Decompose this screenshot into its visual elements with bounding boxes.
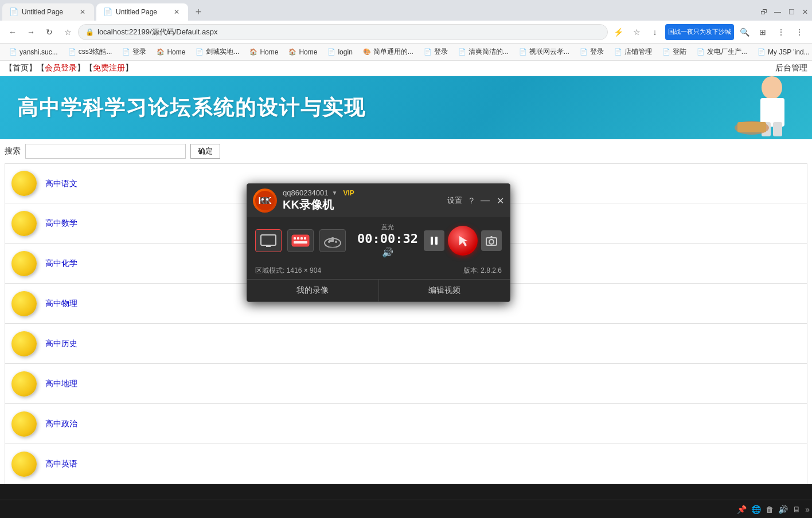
- forward-button[interactable]: →: [23, 24, 39, 40]
- kk-screen-mode-button[interactable]: [255, 229, 282, 252]
- bookmark-css3[interactable]: 📄css3炫酷...: [64, 46, 117, 58]
- bookmark-icon-12: 📄: [519, 48, 527, 56]
- kk-dropdown-icon[interactable]: ▼: [332, 190, 338, 196]
- bookmark-login2[interactable]: 📄login: [323, 47, 357, 57]
- search-button[interactable]: 确定: [190, 144, 220, 159]
- bookmark-login3[interactable]: 📄登录: [419, 46, 452, 58]
- bookmark-login1[interactable]: 📄登录: [118, 46, 151, 58]
- menu-button[interactable]: ⋮: [773, 24, 789, 40]
- kk-mode-label: 区域模式: 812 × 518: [255, 266, 321, 276]
- category-icon-chinese: [10, 169, 38, 198]
- taskbar-web-icon[interactable]: 🌐: [751, 505, 761, 514]
- bookmark-simple[interactable]: 🎨简单通用的...: [358, 46, 418, 58]
- search-label: 搜索: [5, 146, 21, 156]
- bookmark-yanshi[interactable]: 📄yanshi.suc...: [5, 47, 63, 57]
- category-info-geography: 高中地理: [43, 376, 80, 391]
- tab-2-close[interactable]: ✕: [172, 7, 181, 17]
- maximize-button[interactable]: ☐: [784, 5, 798, 19]
- search-nav-icon[interactable]: 🔍: [736, 24, 752, 40]
- category-info-chinese: 高中语文: [43, 176, 80, 191]
- tab-bar: 📄 Untitled Page ✕ 📄 Untitled Page ✕ + 🗗 …: [0, 0, 812, 21]
- taskbar-trash-icon[interactable]: 🗑: [766, 505, 774, 514]
- kk-close-button[interactable]: ✕: [497, 195, 504, 206]
- site-register-link[interactable]: 免费注册: [93, 63, 125, 73]
- restore-button[interactable]: 🗗: [757, 5, 771, 19]
- svg-rect-11: [261, 235, 276, 245]
- kk-minimize-button[interactable]: —: [481, 196, 490, 205]
- search-input[interactable]: [25, 144, 186, 159]
- bookmark-login4[interactable]: 📄登录: [575, 46, 608, 58]
- kk-record-button[interactable]: [448, 226, 478, 256]
- kk-edit-video-tab[interactable]: 编辑视频: [379, 280, 510, 301]
- kk-help-button[interactable]: ?: [469, 196, 474, 205]
- category-info-politics: 高中政治: [43, 416, 80, 431]
- bookmark-home3[interactable]: 🏠Home: [284, 47, 322, 57]
- category-link-english[interactable]: 高中英语: [45, 459, 77, 468]
- category-link-history[interactable]: 高中历史: [45, 339, 77, 348]
- bookmark-icon-11: 📄: [458, 48, 466, 56]
- category-icon-politics: [10, 410, 38, 438]
- category-link-physics[interactable]: 高中物理: [45, 299, 77, 308]
- bookmark-denglu[interactable]: 📄登陆: [658, 46, 691, 58]
- collections-button[interactable]: ⊞: [755, 24, 771, 40]
- category-link-math[interactable]: 高中数学: [45, 218, 77, 227]
- kk-gamepad-mode-button[interactable]: [319, 229, 346, 252]
- kk-settings-button[interactable]: 设置: [447, 195, 462, 206]
- category-ball-politics: [11, 411, 37, 437]
- bookmark-home2[interactable]: 🏠Home: [245, 47, 283, 57]
- banner-text: 高中学科学习论坛系统的设计与实现: [0, 94, 366, 122]
- tab-2-title: Untitled Page: [116, 8, 170, 16]
- tab-1-close[interactable]: ✕: [78, 7, 87, 17]
- site-admin-link[interactable]: 后台管理: [775, 63, 807, 73]
- taskbar-more-icon[interactable]: »: [805, 505, 810, 514]
- category-icon-english: [10, 450, 38, 478]
- star-button[interactable]: ☆: [628, 24, 645, 40]
- window-close-button[interactable]: ✕: [798, 5, 812, 19]
- more-button[interactable]: ⋮: [791, 24, 807, 40]
- kk-account-text: qq860234001: [283, 189, 329, 197]
- category-link-geography[interactable]: 高中地理: [45, 379, 77, 388]
- site-home-link[interactable]: 首页: [13, 63, 29, 73]
- bookmark-jianchen[interactable]: 📄剑城实地...: [191, 46, 244, 58]
- minimize-button[interactable]: —: [771, 5, 784, 19]
- category-link-chinese[interactable]: 高中语文: [45, 179, 77, 188]
- category-link-politics[interactable]: 高中政治: [45, 419, 77, 428]
- tab-2-icon: 📄: [103, 7, 112, 17]
- home-nav-button[interactable]: ☆: [60, 24, 76, 40]
- new-tab-button[interactable]: +: [190, 4, 206, 20]
- taskbar-pin-icon[interactable]: 📌: [737, 505, 747, 514]
- bookmark-power[interactable]: 📄发电厂生产...: [692, 46, 752, 58]
- bookmark-icon-16: 📄: [697, 48, 705, 56]
- bookmark-home1[interactable]: 🏠Home: [152, 47, 190, 57]
- kk-my-recordings-tab[interactable]: 我的录像: [247, 280, 378, 301]
- site-login-link[interactable]: 会员登录: [45, 63, 77, 73]
- category-icon-geography: [10, 370, 38, 398]
- category-row-politics: 高中政治 高中政治: [5, 404, 807, 444]
- bookmark-qsng[interactable]: 📄清爽简洁的...: [454, 46, 513, 58]
- tab-2[interactable]: 📄 Untitled Page ✕: [96, 3, 188, 21]
- category-ball-chemistry: [11, 251, 37, 276]
- tab-1[interactable]: 📄 Untitled Page ✕: [2, 3, 94, 21]
- back-button[interactable]: ←: [5, 24, 21, 40]
- kk-titlebar: KK qq860234001 ▼ VIP KK录像机 设置 ? — ✕: [247, 184, 510, 217]
- bookmark-shilian[interactable]: 📄视联网云孝...: [514, 46, 574, 58]
- bookmark-myjsp[interactable]: 📄My JSP 'ind...: [753, 47, 812, 57]
- category-link-chemistry[interactable]: 高中化学: [45, 258, 77, 268]
- category-info-physics: 高中物理: [43, 296, 80, 311]
- kk-controls: 蓝光 00:00:32 🔊: [247, 217, 510, 264]
- address-bar[interactable]: 🔒 localhost:22199/源代码/Default.aspx: [78, 24, 608, 40]
- bookmark-icon-10: 📄: [424, 48, 432, 56]
- taskbar-screen-icon[interactable]: 🖥: [793, 505, 801, 514]
- bookmark-icon-13: 📄: [580, 48, 588, 56]
- gamepad-icon: [323, 234, 342, 248]
- kk-keyboard-mode-button[interactable]: [287, 229, 314, 252]
- bookmark-store[interactable]: 📄店铺管理: [610, 46, 657, 58]
- kk-logo-svg: KK: [255, 190, 275, 211]
- bookmark-icon-15: 📄: [662, 48, 670, 56]
- kk-screenshot-button[interactable]: [481, 230, 502, 251]
- bookmark-icon-17: 📄: [758, 48, 766, 56]
- kk-pause-button[interactable]: [424, 230, 444, 251]
- refresh-button[interactable]: ↻: [41, 24, 57, 40]
- downloads-button[interactable]: ↓: [647, 24, 663, 40]
- taskbar-volume-icon[interactable]: 🔊: [778, 505, 788, 514]
